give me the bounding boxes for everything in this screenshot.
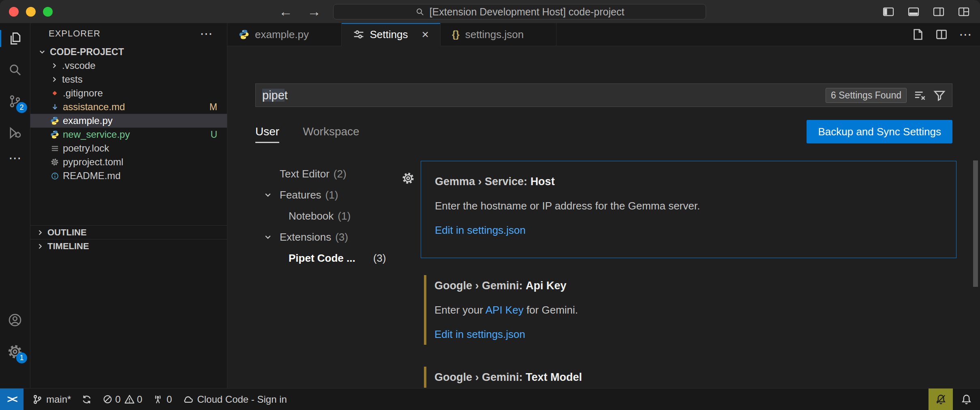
- activity-settings[interactable]: 1: [0, 340, 30, 364]
- customize-layout-icon[interactable]: [957, 5, 970, 18]
- tree-item-new-service-py[interactable]: new_service.py U: [30, 128, 227, 141]
- tree-root-code-project[interactable]: CODE-PROJECT: [30, 45, 227, 59]
- tree-item-example-py[interactable]: example.py: [30, 114, 227, 128]
- problems-status[interactable]: 0 0: [97, 389, 148, 410]
- settings-search-input[interactable]: pipet 6 Settings Found: [255, 83, 952, 107]
- tree-item-readme-md[interactable]: README.md: [30, 169, 227, 183]
- close-tab-icon[interactable]: ×: [422, 28, 429, 41]
- explorer-sidebar: EXPLORER ⋯ CODE-PROJECT .vscode tests: [30, 23, 227, 388]
- setting-description: Enter your API Key for Gemini.: [434, 301, 940, 319]
- settings-scrollbar[interactable]: [973, 160, 978, 287]
- chevron-right-icon: [36, 228, 44, 237]
- edit-in-settings-json-link[interactable]: Edit in settings.json: [435, 224, 526, 236]
- tab-settings[interactable]: Settings ×: [342, 23, 441, 46]
- run-debug-icon: [7, 125, 23, 141]
- chevron-down-icon: [36, 48, 48, 56]
- ports-status[interactable]: 0: [148, 389, 177, 410]
- explorer-more-actions-icon[interactable]: ⋯: [200, 27, 213, 40]
- tab-example-py[interactable]: example.py ×: [227, 23, 342, 46]
- toggle-secondary-sidebar-icon[interactable]: [932, 5, 945, 18]
- tree-item-gitignore[interactable]: .gitignore: [30, 86, 227, 100]
- edit-in-settings-json-link[interactable]: Edit in settings.json: [434, 328, 525, 340]
- open-settings-json-icon[interactable]: [912, 28, 924, 41]
- scope-tab-user[interactable]: User: [255, 119, 279, 144]
- notifications-status[interactable]: [953, 389, 980, 410]
- section-outline[interactable]: OUTLINE: [30, 225, 227, 239]
- search-icon: [415, 7, 425, 17]
- tree-item-poetry-lock[interactable]: poetry.lock: [30, 141, 227, 155]
- split-editor-icon[interactable]: [935, 28, 948, 41]
- tree-item-tests[interactable]: tests: [30, 73, 227, 86]
- activity-search[interactable]: [0, 58, 30, 82]
- activity-run-debug[interactable]: [0, 121, 30, 145]
- cloud-code-status[interactable]: Cloud Code - Sign in: [177, 389, 292, 410]
- lock-file-icon: [48, 144, 61, 153]
- chevron-right-icon: [48, 75, 60, 83]
- toc-pipet-code[interactable]: Pipet Code ... (3): [227, 248, 421, 269]
- radio-tower-icon: [153, 394, 163, 404]
- activity-more[interactable]: ⋯: [0, 146, 30, 170]
- search-icon: [7, 62, 23, 77]
- toc-features[interactable]: Features (1): [227, 184, 421, 205]
- settings-toc: Text Editor (2) Features (1) Notebook (1…: [227, 161, 421, 388]
- toggle-panel-icon[interactable]: [907, 5, 920, 18]
- tab-settings-json[interactable]: {} settings.json ×: [441, 23, 556, 46]
- toc-notebook[interactable]: Notebook (1): [227, 205, 421, 226]
- setting-title: Google › Gemini: Api Key: [434, 277, 940, 295]
- settings-found-badge: 6 Settings Found: [826, 88, 907, 103]
- remote-icon: ><: [7, 393, 16, 405]
- git-status-untracked: U: [210, 129, 217, 140]
- markdown-file-icon: [48, 103, 61, 111]
- info-icon: [48, 172, 61, 180]
- forward-icon[interactable]: →: [307, 4, 321, 19]
- search-query: pipet: [262, 89, 288, 102]
- toc-extensions[interactable]: Extensions (3): [227, 226, 421, 248]
- files-icon: [7, 31, 23, 46]
- setting-google-gemini-api-key[interactable]: Google › Gemini: Api Key Enter your API …: [421, 272, 956, 350]
- tree-item-pyproject-toml[interactable]: pyproject.toml: [30, 155, 227, 169]
- section-timeline[interactable]: TIMELINE: [30, 239, 227, 253]
- activity-explorer[interactable]: [0, 26, 30, 51]
- api-key-link[interactable]: API Key: [486, 304, 524, 316]
- back-icon[interactable]: ←: [279, 4, 293, 19]
- setting-title: Gemma › Service: Host: [435, 173, 940, 190]
- setting-actions-gear-icon[interactable]: [402, 172, 415, 185]
- activity-accounts[interactable]: [0, 308, 30, 332]
- git-branch-icon: [32, 394, 43, 405]
- clear-settings-search-icon[interactable]: [914, 89, 926, 101]
- minimize-window-button[interactable]: [26, 7, 36, 17]
- chevron-down-icon: [263, 233, 280, 241]
- activity-bar: 2 ⋯ 1: [0, 23, 30, 388]
- tree-item-vscode[interactable]: .vscode: [30, 59, 227, 73]
- more-icon: ⋯: [9, 152, 21, 164]
- remote-indicator[interactable]: ><: [0, 389, 24, 410]
- bell-icon: [961, 394, 972, 405]
- command-center-search[interactable]: [Extension Development Host] code-projec…: [333, 4, 706, 19]
- scope-tab-workspace[interactable]: Workspace: [303, 119, 359, 144]
- settings-editor: pipet 6 Settings Found User Workspace Ba…: [227, 46, 980, 388]
- filter-settings-icon[interactable]: [933, 89, 946, 101]
- bell-slash-icon: [935, 394, 946, 405]
- errors-icon: [103, 394, 113, 404]
- toggle-primary-sidebar-icon[interactable]: [882, 5, 895, 18]
- activity-source-control[interactable]: 2: [0, 89, 30, 113]
- git-file-icon: [48, 89, 61, 97]
- backup-sync-settings-button[interactable]: Backup and Sync Settings: [807, 120, 952, 143]
- vscode-window: ← → [Extension Development Host] code-pr…: [0, 0, 980, 410]
- setting-title: Google › Gemini: Text Model: [434, 368, 940, 386]
- setting-google-gemini-text-model[interactable]: Google › Gemini: Text Model: [421, 363, 956, 388]
- gear-icon: [48, 158, 61, 166]
- notifications-muted-indicator[interactable]: [929, 389, 953, 410]
- zoom-window-button[interactable]: [43, 7, 53, 17]
- setting-gemma-service-host[interactable]: Gemma › Service: Host Enter the hostname…: [421, 161, 956, 258]
- close-window-button[interactable]: [9, 7, 19, 17]
- editor-actions: ⋯: [912, 23, 980, 46]
- git-branch-status[interactable]: main*: [27, 389, 76, 410]
- sync-changes-status[interactable]: [76, 389, 97, 410]
- scm-changes-badge: 2: [16, 102, 27, 113]
- more-actions-icon[interactable]: ⋯: [959, 28, 972, 41]
- editor-area: example.py × Settings × {} settings.json…: [227, 23, 980, 388]
- settings-list: Gemma › Service: Host Enter the hostname…: [421, 161, 980, 388]
- toc-text-editor[interactable]: Text Editor (2): [227, 163, 421, 184]
- tree-item-assistance-md[interactable]: assistance.md M: [30, 100, 227, 114]
